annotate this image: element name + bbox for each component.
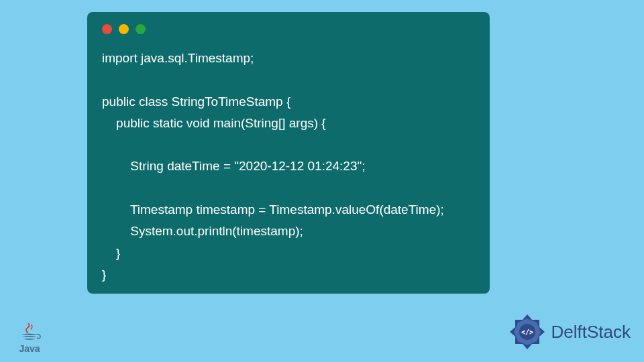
close-icon — [102, 24, 112, 34]
java-label: Java — [19, 343, 40, 354]
delftstack-logo: </> DelftStack — [507, 312, 631, 352]
svg-text:</>: </> — [521, 328, 533, 336]
code-block: import java.sql.Timestamp; public class … — [102, 48, 475, 286]
delftstack-icon: </> — [507, 312, 547, 352]
minimize-icon — [119, 24, 129, 34]
delftstack-label: DelftStack — [551, 322, 631, 343]
window-controls — [102, 24, 475, 34]
java-logo: Java — [13, 322, 46, 354]
maximize-icon — [136, 24, 146, 34]
code-window: import java.sql.Timestamp; public class … — [87, 12, 490, 294]
java-cup-icon — [17, 322, 42, 342]
